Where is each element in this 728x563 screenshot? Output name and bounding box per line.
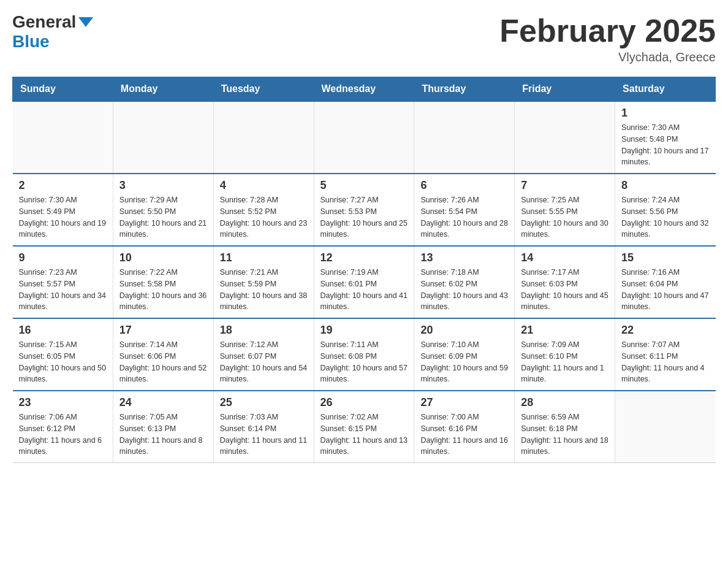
header-friday: Friday [515, 77, 615, 102]
header-saturday: Saturday [615, 77, 716, 102]
day-number: 3 [119, 179, 207, 192]
calendar-day-cell: 20Sunrise: 7:10 AMSunset: 6:09 PMDayligh… [414, 318, 515, 391]
calendar-day-cell [414, 101, 515, 174]
day-number: 28 [521, 396, 609, 409]
calendar-day-cell: 24Sunrise: 7:05 AMSunset: 6:13 PMDayligh… [113, 391, 213, 463]
calendar-week-row: 16Sunrise: 7:15 AMSunset: 6:05 PMDayligh… [13, 318, 716, 391]
day-number: 23 [19, 396, 107, 409]
calendar-day-cell [13, 101, 113, 174]
day-number: 22 [621, 324, 709, 337]
calendar-day-cell: 11Sunrise: 7:21 AMSunset: 5:59 PMDayligh… [213, 246, 314, 318]
day-info: Sunrise: 7:23 AMSunset: 5:57 PMDaylight:… [19, 267, 107, 313]
header-sunday: Sunday [13, 77, 113, 102]
location-text: Vlychada, Greece [499, 50, 716, 64]
calendar-day-cell: 28Sunrise: 6:59 AMSunset: 6:18 PMDayligh… [515, 391, 615, 463]
calendar-day-cell: 9Sunrise: 7:23 AMSunset: 5:57 PMDaylight… [13, 246, 113, 318]
calendar-day-cell: 23Sunrise: 7:06 AMSunset: 6:12 PMDayligh… [13, 391, 113, 463]
day-number: 25 [220, 396, 308, 409]
day-info: Sunrise: 7:29 AMSunset: 5:50 PMDaylight:… [119, 194, 207, 240]
day-number: 14 [521, 251, 609, 264]
calendar-week-row: 1Sunrise: 7:30 AMSunset: 5:48 PMDaylight… [13, 101, 716, 174]
day-number: 9 [19, 251, 107, 264]
day-info: Sunrise: 6:59 AMSunset: 6:18 PMDaylight:… [521, 412, 609, 458]
calendar-day-cell: 12Sunrise: 7:19 AMSunset: 6:01 PMDayligh… [314, 246, 414, 318]
calendar-day-cell: 5Sunrise: 7:27 AMSunset: 5:53 PMDaylight… [314, 174, 414, 246]
day-number: 21 [521, 324, 609, 337]
day-info: Sunrise: 7:16 AMSunset: 6:04 PMDaylight:… [621, 267, 709, 313]
calendar-day-cell: 2Sunrise: 7:30 AMSunset: 5:49 PMDaylight… [13, 174, 113, 246]
calendar-day-cell [615, 391, 716, 463]
calendar-header-row: Sunday Monday Tuesday Wednesday Thursday… [13, 77, 716, 102]
calendar-day-cell: 14Sunrise: 7:17 AMSunset: 6:03 PMDayligh… [515, 246, 615, 318]
calendar-day-cell: 16Sunrise: 7:15 AMSunset: 6:05 PMDayligh… [13, 318, 113, 391]
day-info: Sunrise: 7:17 AMSunset: 6:03 PMDaylight:… [521, 267, 609, 313]
day-info: Sunrise: 7:10 AMSunset: 6:09 PMDaylight:… [420, 339, 508, 385]
day-number: 18 [220, 324, 308, 337]
calendar-day-cell: 26Sunrise: 7:02 AMSunset: 6:15 PMDayligh… [314, 391, 414, 463]
day-info: Sunrise: 7:27 AMSunset: 5:53 PMDaylight:… [320, 194, 408, 240]
logo-blue-text: Blue [12, 32, 50, 51]
calendar-day-cell: 7Sunrise: 7:25 AMSunset: 5:55 PMDaylight… [515, 174, 615, 246]
day-number: 11 [220, 251, 308, 264]
day-info: Sunrise: 7:14 AMSunset: 6:06 PMDaylight:… [119, 339, 207, 385]
day-info: Sunrise: 7:12 AMSunset: 6:07 PMDaylight:… [220, 339, 308, 385]
day-number: 7 [521, 179, 609, 192]
day-info: Sunrise: 7:24 AMSunset: 5:56 PMDaylight:… [621, 194, 709, 240]
day-number: 26 [320, 396, 408, 409]
day-info: Sunrise: 7:30 AMSunset: 5:48 PMDaylight:… [621, 122, 709, 168]
day-info: Sunrise: 7:02 AMSunset: 6:15 PMDaylight:… [320, 412, 408, 458]
calendar-week-row: 9Sunrise: 7:23 AMSunset: 5:57 PMDaylight… [13, 246, 716, 318]
day-number: 20 [420, 324, 508, 337]
day-number: 10 [119, 251, 207, 264]
day-info: Sunrise: 7:21 AMSunset: 5:59 PMDaylight:… [220, 267, 308, 313]
day-number: 15 [621, 251, 709, 264]
calendar-day-cell: 13Sunrise: 7:18 AMSunset: 6:02 PMDayligh… [414, 246, 515, 318]
day-number: 2 [19, 179, 107, 192]
calendar-day-cell: 10Sunrise: 7:22 AMSunset: 5:58 PMDayligh… [113, 246, 213, 318]
calendar-day-cell: 19Sunrise: 7:11 AMSunset: 6:08 PMDayligh… [314, 318, 414, 391]
title-section: February 2025 Vlychada, Greece [499, 12, 716, 64]
calendar-day-cell: 3Sunrise: 7:29 AMSunset: 5:50 PMDaylight… [113, 174, 213, 246]
calendar-day-cell: 27Sunrise: 7:00 AMSunset: 6:16 PMDayligh… [414, 391, 515, 463]
month-title: February 2025 [499, 12, 716, 49]
header-wednesday: Wednesday [314, 77, 414, 102]
day-info: Sunrise: 7:06 AMSunset: 6:12 PMDaylight:… [19, 412, 107, 458]
day-number: 1 [621, 107, 709, 120]
calendar-day-cell: 17Sunrise: 7:14 AMSunset: 6:06 PMDayligh… [113, 318, 213, 391]
day-info: Sunrise: 7:11 AMSunset: 6:08 PMDaylight:… [320, 339, 408, 385]
day-info: Sunrise: 7:00 AMSunset: 6:16 PMDaylight:… [420, 412, 508, 458]
calendar-day-cell: 4Sunrise: 7:28 AMSunset: 5:52 PMDaylight… [213, 174, 314, 246]
header-monday: Monday [113, 77, 213, 102]
day-info: Sunrise: 7:30 AMSunset: 5:49 PMDaylight:… [19, 194, 107, 240]
day-info: Sunrise: 7:07 AMSunset: 6:11 PMDaylight:… [621, 339, 709, 385]
day-info: Sunrise: 7:19 AMSunset: 6:01 PMDaylight:… [320, 267, 408, 313]
calendar-week-row: 23Sunrise: 7:06 AMSunset: 6:12 PMDayligh… [13, 391, 716, 463]
day-info: Sunrise: 7:05 AMSunset: 6:13 PMDaylight:… [119, 412, 207, 458]
calendar-day-cell: 6Sunrise: 7:26 AMSunset: 5:54 PMDaylight… [414, 174, 515, 246]
calendar-day-cell: 25Sunrise: 7:03 AMSunset: 6:14 PMDayligh… [213, 391, 314, 463]
svg-marker-0 [78, 17, 93, 27]
day-number: 19 [320, 324, 408, 337]
header-thursday: Thursday [414, 77, 515, 102]
day-number: 27 [420, 396, 508, 409]
day-info: Sunrise: 7:15 AMSunset: 6:05 PMDaylight:… [19, 339, 107, 385]
calendar-day-cell: 22Sunrise: 7:07 AMSunset: 6:11 PMDayligh… [615, 318, 716, 391]
day-number: 24 [119, 396, 207, 409]
day-info: Sunrise: 7:25 AMSunset: 5:55 PMDaylight:… [521, 194, 609, 240]
calendar-day-cell: 8Sunrise: 7:24 AMSunset: 5:56 PMDaylight… [615, 174, 716, 246]
day-number: 13 [420, 251, 508, 264]
day-info: Sunrise: 7:09 AMSunset: 6:10 PMDaylight:… [521, 339, 609, 385]
calendar-day-cell [213, 101, 314, 174]
day-number: 4 [220, 179, 308, 192]
calendar-week-row: 2Sunrise: 7:30 AMSunset: 5:49 PMDaylight… [13, 174, 716, 246]
day-number: 8 [621, 179, 709, 192]
calendar-day-cell: 21Sunrise: 7:09 AMSunset: 6:10 PMDayligh… [515, 318, 615, 391]
calendar-day-cell: 15Sunrise: 7:16 AMSunset: 6:04 PMDayligh… [615, 246, 716, 318]
day-number: 6 [420, 179, 508, 192]
logo-triangle-icon [77, 16, 94, 28]
day-number: 17 [119, 324, 207, 337]
logo-general-text: General [12, 12, 76, 32]
day-info: Sunrise: 7:18 AMSunset: 6:02 PMDaylight:… [420, 267, 508, 313]
day-info: Sunrise: 7:22 AMSunset: 5:58 PMDaylight:… [119, 267, 207, 313]
page-header: General Blue February 2025 Vlychada, Gre… [12, 12, 716, 64]
